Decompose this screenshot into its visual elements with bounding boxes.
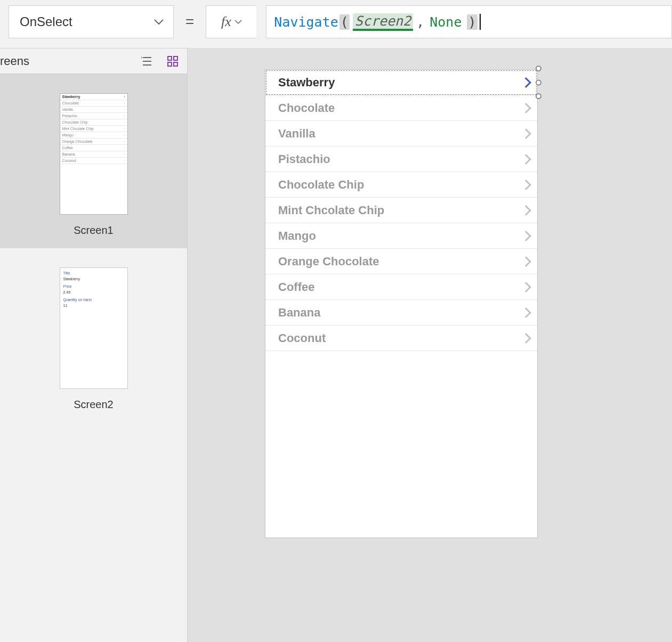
chevron-right-icon[interactable]: [521, 128, 531, 139]
gallery-item-label: Vanilla: [278, 127, 315, 141]
formula-token-close-paren: ): [467, 14, 477, 30]
chevron-right-icon[interactable]: [521, 180, 531, 190]
chevron-right-icon[interactable]: [521, 282, 531, 292]
grid-view-icon[interactable]: [166, 54, 180, 68]
screen-thumbnail-screen1[interactable]: Stawberry› Chocolate› Vanilla› Pistachio…: [0, 74, 187, 248]
gallery-row[interactable]: Pistachio: [265, 147, 537, 172]
gallery-item-label: Mango: [278, 229, 316, 243]
svg-point-0: [141, 56, 142, 58]
fx-label: fx: [221, 14, 231, 30]
gallery-item-label: Banana: [278, 306, 320, 320]
canvas-area: Stawberry Chocolate Vanilla Pistachio Ch…: [188, 48, 672, 642]
screen-thumbnail-screen2[interactable]: Title Stawberry Price 2.49 Quantity on h…: [0, 248, 187, 422]
text-cursor: [480, 14, 481, 30]
tree-header-icons: [140, 54, 180, 68]
gallery-row-selected[interactable]: Stawberry: [265, 70, 537, 95]
gallery-item-label: Stawberry: [278, 76, 335, 90]
chevron-right-icon[interactable]: [521, 333, 531, 344]
gallery-row[interactable]: Chocolate: [265, 95, 537, 121]
formula-token-comma: ,: [416, 14, 424, 30]
screen2-label: Screen2: [0, 399, 187, 411]
tree-header-label: reens: [0, 54, 29, 68]
chevron-right-icon[interactable]: [521, 256, 531, 267]
chevron-right-icon[interactable]: [521, 231, 531, 241]
gallery-row[interactable]: Banana: [265, 300, 537, 326]
svg-rect-3: [168, 62, 172, 66]
gallery-row[interactable]: Mint Chcolate Chip: [265, 198, 537, 223]
svg-rect-4: [174, 62, 177, 66]
screen1-label: Screen1: [0, 224, 187, 237]
gallery-item-label: Mint Chcolate Chip: [278, 204, 384, 217]
property-selector[interactable]: OnSelect: [9, 5, 174, 38]
gallery-row[interactable]: Chocolate Chip: [265, 172, 537, 198]
chevron-down-icon: [154, 19, 164, 25]
svg-rect-2: [174, 56, 177, 60]
property-name: OnSelect: [20, 14, 72, 29]
gallery-item-label: Chocolate Chip: [278, 178, 364, 192]
equals-sign: =: [183, 13, 196, 30]
formula-token-function: Navigate: [274, 14, 338, 30]
gallery-item-label: Coconut: [278, 331, 326, 345]
chevron-right-icon[interactable]: [521, 205, 531, 216]
gallery-row[interactable]: Coffee: [265, 274, 537, 300]
fx-button[interactable]: fx: [206, 5, 256, 38]
chevron-right-icon[interactable]: [521, 77, 531, 88]
gallery-row[interactable]: Vanilla: [265, 121, 537, 147]
gallery-row[interactable]: Coconut: [265, 326, 537, 351]
app-screen-preview: Stawberry Chocolate Vanilla Pistachio Ch…: [265, 69, 538, 538]
gallery-item-label: Coffee: [278, 280, 314, 294]
chevron-down-icon: [234, 20, 242, 25]
screen1-thumb-preview: Stawberry› Chocolate› Vanilla› Pistachio…: [60, 93, 128, 215]
gallery-row[interactable]: Mango: [265, 223, 537, 249]
svg-rect-1: [168, 56, 172, 60]
tree-view-panel: reens Stawberry› Chocolate› Vanilla› Pis…: [0, 48, 188, 642]
screen2-thumb-preview: Title Stawberry Price 2.49 Quantity on h…: [60, 267, 128, 389]
tree-header: reens: [0, 48, 187, 74]
gallery-item-label: Orange Chocolate: [278, 255, 379, 269]
gallery-item-label: Chocolate: [278, 101, 335, 115]
gallery-item-label: Pistachio: [278, 152, 330, 166]
chevron-right-icon[interactable]: [521, 154, 531, 165]
formula-token-arg1: Screen2: [353, 13, 413, 31]
list-view-icon[interactable]: [140, 54, 154, 68]
chevron-right-icon[interactable]: [521, 103, 531, 113]
formula-bar: OnSelect = fx Navigate ( Screen2 , None …: [0, 0, 672, 44]
formula-token-arg2: None: [430, 14, 462, 30]
formula-token-open-paren: (: [339, 14, 350, 30]
chevron-right-icon[interactable]: [521, 307, 531, 318]
gallery-row[interactable]: Orange Chocolate: [265, 249, 537, 274]
formula-input[interactable]: Navigate ( Screen2 , None ): [266, 5, 672, 38]
